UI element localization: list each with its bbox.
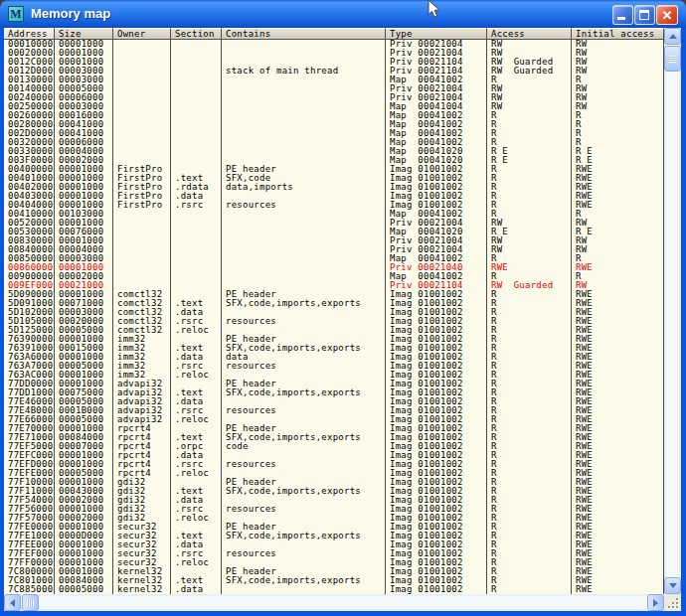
table-row[interactable]: 7C88500000005000kernel32.dataImag 010010…	[4, 585, 664, 594]
table-row[interactable]: 77E6600000005000advapi32.relocImag 01001…	[4, 415, 664, 424]
horizontal-scrollbar-thumb[interactable]	[22, 594, 39, 611]
table-row[interactable]: 0024000000006000Priv 00021004RWRW	[4, 93, 664, 102]
table-row[interactable]: 77E4B0000001B000advapi32.rsrcresourcesIm…	[4, 406, 664, 415]
table-row[interactable]: 7639000000001000imm32PE headerImag 01001…	[4, 335, 664, 344]
table-row[interactable]: 5D12500000005000comctl32.relocImag 01001…	[4, 326, 664, 335]
table-row[interactable]: 77E4600000005000advapi32.dataImag 010010…	[4, 397, 664, 406]
table-row[interactable]: 7639100000015000imm32.textSFX,code,impor…	[4, 344, 664, 353]
vertical-scrollbar[interactable]	[664, 28, 681, 594]
table-row[interactable]: 0053000000076000Map 00041020R ER E	[4, 228, 664, 236]
column-header-initial-access[interactable]: Initial access	[572, 28, 664, 40]
column-header-address[interactable]: Address	[4, 28, 55, 40]
scroll-up-button[interactable]	[664, 28, 681, 45]
table-row[interactable]: 763A600000001000imm32.datadataImag 01001…	[4, 353, 664, 362]
table-row[interactable]: 77EFD00000001000rpcrt4.rsrcresourcesImag…	[4, 460, 664, 469]
cell: FirstPro	[113, 165, 171, 174]
table-row[interactable]: 0086000000001000Priv 00021040RWERWE	[4, 263, 664, 272]
cell: SFX,code,imports,exports	[222, 532, 386, 540]
column-header-size[interactable]: Size	[55, 28, 113, 40]
table-row[interactable]: 0012D00000003000stack of main threadPriv…	[4, 67, 664, 76]
table-row[interactable]: 77DD000000001000advapi32PE headerImag 01…	[4, 380, 664, 388]
table-row[interactable]: 77F5600000001000gdi32.rsrcresourcesImag …	[4, 505, 664, 514]
table-row[interactable]: 7C80100000084000kernel32.textSFX,code,im…	[4, 576, 664, 585]
table-row[interactable]: 0090000000002000Map 00041002RR	[4, 272, 664, 281]
table-row[interactable]: 0040100000001000FirstPro.textSFX,codeIma…	[4, 174, 664, 183]
table-row[interactable]: 763A700000005000imm32.rsrcresourcesImag …	[4, 362, 664, 371]
table-row[interactable]: 77FEE00000001000secur32.dataImag 0100100…	[4, 540, 664, 549]
table-row[interactable]: 77FE10000000D000secur32.textSFX,code,imp…	[4, 532, 664, 540]
cell: resources	[222, 505, 386, 514]
scroll-down-button[interactable]	[664, 577, 681, 594]
table-row[interactable]: 0040400000001000FirstPro.rsrcresourcesIm…	[4, 201, 664, 210]
cell: 77E4B000	[4, 406, 55, 415]
table-row[interactable]: 77E7100000084000rpcrt4.textSFX,code,impo…	[4, 433, 664, 442]
cell: 5D125000	[4, 326, 55, 335]
table-row[interactable]: 763AC00000001000imm32.relocImag 01001002…	[4, 371, 664, 380]
table-row[interactable]: 009EF00000021000Priv 00021104RW GuardedR…	[4, 281, 664, 290]
table-row[interactable]: 77E7000000001000rpcrt4PE headerImag 0100…	[4, 424, 664, 433]
cell: Imag 01001002	[386, 353, 487, 362]
table-row[interactable]: 77FF000000001000secur32.relocImag 010010…	[4, 558, 664, 567]
table-row[interactable]: 0032000000006000Map 00041002RR	[4, 138, 664, 147]
horizontal-scrollbar[interactable]	[4, 594, 664, 611]
column-header-contains[interactable]: Contains	[222, 28, 386, 40]
table-row[interactable]: 77EF500000007000rpcrt4.orpccodeImag 0100…	[4, 442, 664, 451]
scroll-right-button[interactable]	[647, 594, 664, 611]
table-row[interactable]: 77F1100000043000gdi32.textSFX,code,impor…	[4, 487, 664, 496]
table-row[interactable]: 0028000000041000Map 00041002RR	[4, 120, 664, 129]
table-row[interactable]: 77F5400000002000gdi32.dataImag 01001002R…	[4, 496, 664, 505]
close-button[interactable]: ✕	[656, 5, 678, 25]
table-row[interactable]: 5D09100000071000comctl32.textSFX,code,im…	[4, 299, 664, 308]
cell: 00002000	[55, 272, 113, 281]
cell	[222, 58, 386, 67]
table-row[interactable]: 77F1000000001000gdi32PE headerImag 01001…	[4, 478, 664, 487]
table-row[interactable]: 0025000000003000Map 00041004RWRW	[4, 102, 664, 111]
cell	[222, 236, 386, 245]
table-row[interactable]: 0040200000001000FirstPro.rdatadata,impor…	[4, 183, 664, 192]
cell	[222, 514, 386, 523]
minimize-button[interactable]	[612, 5, 633, 25]
table-row[interactable]: 0001000000001000Priv 00021004RWRW	[4, 40, 664, 49]
table-row[interactable]: 0052000000001000Priv 00021004RWRW	[4, 219, 664, 228]
vertical-scrollbar-thumb[interactable]	[664, 46, 681, 72]
table-row[interactable]: 0041000000103000Map 00041002RR	[4, 210, 664, 219]
table-row[interactable]: 0033000000004000Map 00041020R ER E	[4, 147, 664, 156]
cell: R	[487, 415, 572, 424]
table-row[interactable]: 77DD100000075000advapi32.textSFX,code,im…	[4, 388, 664, 397]
cell: .rsrc	[171, 406, 222, 415]
table-row[interactable]: 003F000000002000Map 00041020R ER E	[4, 156, 664, 165]
table-row[interactable]: 0013000000003000Map 00041002RR	[4, 76, 664, 84]
table-row[interactable]: 77F5700000002000gdi32.relocImag 01001002…	[4, 514, 664, 523]
table-row[interactable]: 0085000000003000Map 00041002RR	[4, 254, 664, 263]
table-row[interactable]: 77EFE00000005000rpcrt4.relocImag 0100100…	[4, 469, 664, 478]
table-row[interactable]: 0026000000016000Map 00041002RR	[4, 111, 664, 120]
table-row[interactable]: 77FE000000001000secur32PE headerImag 010…	[4, 523, 664, 532]
column-header-type[interactable]: Type	[386, 28, 487, 40]
cell: 00001000	[55, 201, 113, 210]
table-row[interactable]: 5D10200000003000comctl32.dataImag 010010…	[4, 308, 664, 317]
column-header-owner[interactable]: Owner	[113, 28, 171, 40]
column-header-section[interactable]: Section	[171, 28, 222, 40]
table-row[interactable]: 5D09000000001000comctl32PE headerImag 01…	[4, 290, 664, 299]
scroll-left-button[interactable]	[4, 594, 21, 611]
table-row[interactable]: 0083000000001000Priv 00021004RWRW	[4, 236, 664, 245]
maximize-button[interactable]	[634, 5, 655, 25]
table-row[interactable]: 7C80000000001000kernel32PE headerImag 01…	[4, 567, 664, 576]
table-row[interactable]: 5D10500000020000comctl32.rsrcresourcesIm…	[4, 317, 664, 326]
table-row[interactable]: 0040300000001000FirstPro.dataImag 010010…	[4, 192, 664, 201]
table-row[interactable]: 0002000000001000Priv 00021004RWRW	[4, 49, 664, 58]
cell: Imag 01001002	[386, 326, 487, 335]
resize-grip[interactable]	[664, 594, 681, 611]
cell: 77F57000	[4, 514, 55, 523]
table-row[interactable]: 77EFC00000001000rpcrt4.dataImag 01001002…	[4, 451, 664, 460]
cell: 00001000	[55, 460, 113, 469]
table-row[interactable]: 0014000000005000Priv 00021004RWRW	[4, 84, 664, 93]
table-row[interactable]: 77FEF00000001000secur32.rsrcresourcesIma…	[4, 549, 664, 558]
app-icon[interactable]: M	[8, 6, 24, 22]
title-bar[interactable]: M Memory map ✕	[0, 0, 686, 28]
table-row[interactable]: 0084000000004000Priv 00021004RWRW	[4, 245, 664, 254]
table-row[interactable]: 0040000000001000FirstProPE headerImag 01…	[4, 165, 664, 174]
table-row[interactable]: 002D000000041000Map 00041002RR	[4, 129, 664, 138]
column-header-access[interactable]: Access	[487, 28, 572, 40]
table-row[interactable]: 0012C00000001000Priv 00021104RW GuardedR…	[4, 58, 664, 67]
